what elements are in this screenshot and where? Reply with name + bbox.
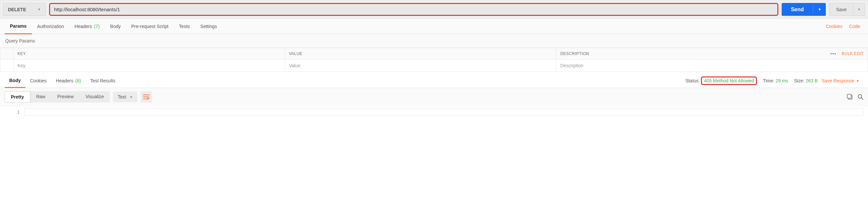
tab-authorization[interactable]: Authorization: [32, 19, 69, 34]
save-response-button[interactable]: Save Response ▼: [817, 78, 863, 83]
view-mode-segment: Pretty Raw Preview Visualize: [5, 91, 110, 103]
send-button-label: Send: [782, 4, 813, 15]
search-icon[interactable]: [858, 94, 863, 100]
save-button-label: Save: [830, 4, 853, 15]
more-options-icon[interactable]: •••: [831, 51, 837, 56]
svg-rect-1: [847, 94, 851, 98]
value-input[interactable]: [289, 63, 552, 68]
resp-tab-headers[interactable]: Headers (8): [52, 74, 86, 87]
http-method-select[interactable]: DELETE ▼: [3, 3, 46, 16]
code-link[interactable]: Code: [846, 24, 863, 29]
send-dropdown-icon[interactable]: ▼: [813, 5, 826, 14]
http-method-value: DELETE: [8, 7, 26, 12]
save-button[interactable]: Save ▼: [829, 3, 865, 16]
tab-body[interactable]: Body: [105, 19, 126, 34]
response-body-content[interactable]: [24, 108, 863, 116]
tab-params[interactable]: Params: [5, 19, 32, 34]
chevron-down-icon: ▼: [856, 79, 860, 83]
request-tabs: Params Authorization Headers (7) Body Pr…: [0, 19, 868, 34]
view-raw[interactable]: Raw: [30, 91, 52, 103]
svg-point-2: [858, 94, 862, 98]
headers-count-badge: (7): [94, 24, 99, 29]
chevron-down-icon: ▼: [129, 95, 133, 99]
resp-tab-testresults[interactable]: Test Results: [86, 74, 120, 87]
response-body-editor: 1: [0, 106, 868, 123]
key-input[interactable]: [18, 63, 281, 68]
status-badge: 405 Method Not Allowed: [701, 77, 757, 85]
tab-tests[interactable]: Tests: [174, 19, 195, 34]
request-url-input[interactable]: [49, 3, 778, 16]
resp-tab-cookies[interactable]: Cookies: [25, 74, 52, 87]
view-pretty[interactable]: Pretty: [5, 91, 30, 103]
chevron-down-icon: ▼: [37, 7, 41, 11]
tab-settings[interactable]: Settings: [195, 19, 222, 34]
format-select[interactable]: Text ▼: [113, 92, 137, 102]
cookies-link[interactable]: Cookies: [823, 24, 846, 29]
save-dropdown-icon[interactable]: ▼: [853, 5, 865, 14]
col-key: KEY: [13, 48, 285, 60]
view-visualize[interactable]: Visualize: [80, 91, 110, 103]
resp-headers-count: (8): [75, 78, 81, 83]
col-value: VALUE: [285, 48, 556, 60]
response-meta: Status: 405 Method Not Allowed Time: 29 …: [685, 78, 817, 83]
resp-tab-body[interactable]: Body: [5, 74, 25, 88]
wrap-lines-button[interactable]: [141, 91, 152, 103]
tab-headers[interactable]: Headers (7): [69, 19, 105, 34]
time-value: 29 ms: [776, 78, 788, 83]
copy-icon[interactable]: [847, 94, 853, 100]
response-tabs: Body Cookies Headers (8) Test Results St…: [0, 74, 868, 88]
view-preview[interactable]: Preview: [52, 91, 80, 103]
query-params-table: KEY VALUE DESCRIPTION ••• Bulk Edit: [0, 48, 868, 72]
send-button[interactable]: Send ▼: [782, 3, 826, 16]
col-description: DESCRIPTION ••• Bulk Edit: [556, 48, 868, 60]
description-input[interactable]: [560, 63, 864, 68]
bulk-edit-link[interactable]: Bulk Edit: [842, 51, 864, 56]
response-viewer-toolbar: Pretty Raw Preview Visualize Text ▼: [0, 88, 868, 106]
size-value: 263 B: [806, 78, 818, 83]
query-params-title: Query Params: [0, 34, 868, 48]
request-bar: DELETE ▼ Send ▼ Save ▼: [0, 0, 868, 19]
tab-prerequest[interactable]: Pre-request Script: [126, 19, 174, 34]
table-row: [0, 60, 868, 72]
wrap-icon: [143, 94, 150, 99]
line-number: 1: [5, 108, 24, 116]
